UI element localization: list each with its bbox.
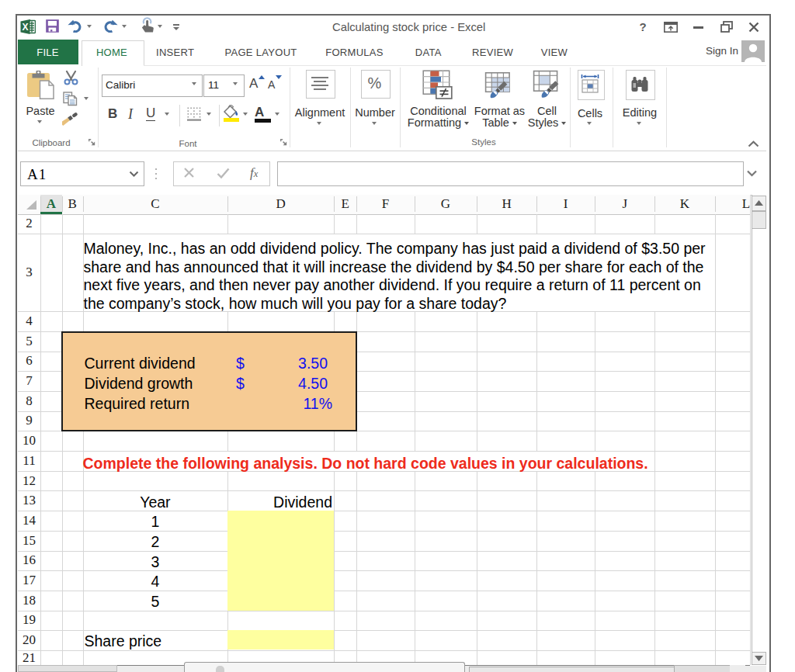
- svg-text:X: X: [22, 22, 28, 33]
